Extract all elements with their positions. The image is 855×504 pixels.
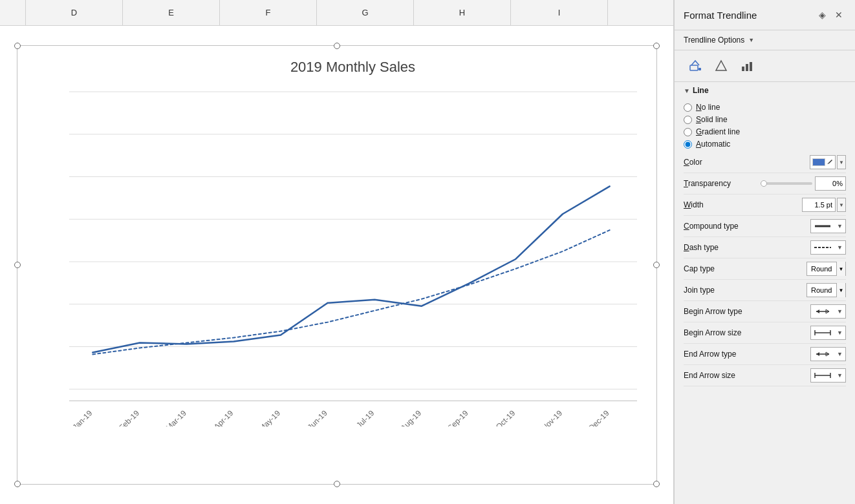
- end-arrow-type-dropdown[interactable]: ▼: [810, 347, 846, 361]
- color-label: Color: [684, 158, 810, 167]
- svg-rect-34: [746, 64, 748, 71]
- svg-text:Nov-19: Nov-19: [539, 408, 564, 426]
- handle-bot-right[interactable]: [653, 481, 660, 487]
- shape-icon: [714, 59, 728, 73]
- end-arrow-size-dropdown[interactable]: ▼: [810, 368, 846, 383]
- tab-chart[interactable]: [735, 56, 759, 76]
- compound-type-dropdown[interactable]: ▼: [810, 219, 846, 233]
- panel-header-icons: ◈ ✕: [815, 8, 846, 22]
- close-icon: ✕: [835, 10, 843, 20]
- pencil-icon: [827, 159, 833, 165]
- begin-arrow-type-label: Begin Arrow type: [684, 307, 810, 316]
- svg-text:Jan-19: Jan-19: [70, 408, 94, 426]
- svg-text:Dec-19: Dec-19: [587, 408, 611, 426]
- cap-type-arrow[interactable]: ▼: [836, 262, 845, 276]
- panel-scrollbar[interactable]: [847, 390, 855, 504]
- line-section-content: No line Solid line Gradient line Automat…: [675, 99, 855, 390]
- end-arrow-type-label: End Arrow type: [684, 350, 810, 359]
- spreadsheet-area: D E F G H I 2019 Monthly Sales: [0, 0, 674, 504]
- radio-solid-line-input[interactable]: [684, 116, 692, 124]
- line-section-header[interactable]: ▼ Line: [675, 82, 855, 99]
- close-button[interactable]: ✕: [832, 8, 846, 22]
- pin-button[interactable]: ◈: [815, 8, 829, 22]
- join-type-row: Join type Round ▼: [684, 280, 846, 301]
- svg-text:Mar-19: Mar-19: [164, 408, 188, 426]
- handle-bot-left[interactable]: [14, 481, 21, 487]
- cap-type-dropdown[interactable]: Round ▼: [806, 262, 846, 276]
- svg-rect-33: [742, 67, 744, 71]
- dash-type-dropdown[interactable]: ▼: [810, 240, 846, 255]
- pin-icon: ◈: [819, 10, 826, 20]
- svg-text:Sep-19: Sep-19: [446, 408, 470, 426]
- svg-marker-32: [716, 61, 726, 70]
- svg-rect-31: [698, 68, 701, 70]
- color-swatch: [812, 158, 825, 166]
- chart-wrapper[interactable]: 2019 Monthly Sales $160.00 $14: [17, 45, 657, 485]
- svg-text:Aug-19: Aug-19: [398, 408, 423, 426]
- color-dropdown-arrow[interactable]: ▼: [837, 155, 846, 169]
- join-type-dropdown[interactable]: Round ▼: [806, 283, 846, 297]
- radio-gradient-line-input[interactable]: [684, 128, 692, 136]
- svg-marker-44: [826, 310, 829, 313]
- svg-text:Jun-19: Jun-19: [305, 408, 329, 426]
- transparency-thumb[interactable]: [761, 180, 767, 187]
- radio-no-line-input[interactable]: [684, 103, 692, 112]
- width-control: ▼: [802, 198, 846, 212]
- begin-arrow-size-dropdown[interactable]: ▼: [810, 326, 846, 340]
- chart-svg: $160.00 $140.00 $120.00 $100.00 $80.00 $…: [69, 85, 637, 426]
- col-header-d: D: [26, 0, 123, 25]
- begin-arrow-type-row: Begin Arrow type ▼: [684, 301, 846, 322]
- trendline-options-chevron: ▼: [748, 37, 754, 43]
- width-dropdown-arrow[interactable]: ▼: [837, 198, 846, 212]
- chart-title: 2019 Monthly Sales: [69, 59, 637, 76]
- width-label: Width: [684, 200, 802, 209]
- col-header-f: F: [220, 0, 317, 25]
- svg-text:Feb-19: Feb-19: [117, 408, 141, 426]
- handle-top-center[interactable]: [334, 43, 340, 49]
- handle-mid-right[interactable]: [653, 262, 660, 268]
- chart-container: 2019 Monthly Sales $160.00 $14: [0, 26, 673, 504]
- cap-type-value: Round: [807, 265, 836, 273]
- dash-type-label: Dash type: [684, 243, 810, 252]
- radio-automatic-label: Automatic: [696, 140, 730, 149]
- svg-rect-35: [750, 62, 752, 71]
- handle-top-right[interactable]: [653, 43, 660, 49]
- trendline-options-row[interactable]: Trendline Options ▼: [675, 30, 855, 50]
- transparency-input[interactable]: [815, 176, 846, 191]
- join-type-arrow[interactable]: ▼: [836, 283, 845, 297]
- svg-text:Apr-19: Apr-19: [211, 408, 235, 426]
- col-header-e: E: [123, 0, 220, 25]
- compound-type-icon: [814, 222, 832, 231]
- color-control: ▼: [810, 155, 846, 169]
- transparency-slider[interactable]: [761, 182, 812, 185]
- chart-icon: [740, 59, 754, 73]
- handle-top-left[interactable]: [14, 43, 21, 49]
- begin-arrow-type-dropdown[interactable]: ▼: [810, 304, 846, 319]
- format-panel: Format Trendline ◈ ✕ Trendline Options ▼: [674, 0, 855, 504]
- handle-mid-left[interactable]: [14, 262, 21, 268]
- radio-gradient-line-label: Gradient line: [696, 127, 740, 136]
- radio-automatic-input[interactable]: [684, 140, 692, 149]
- join-type-label: Join type: [684, 286, 806, 295]
- svg-marker-50: [826, 352, 829, 356]
- width-input[interactable]: [802, 198, 836, 212]
- handle-bot-center[interactable]: [334, 481, 340, 487]
- svg-marker-49: [816, 352, 819, 356]
- end-arrow-type-icon: [814, 350, 832, 359]
- line-section-label: Line: [693, 86, 709, 95]
- width-row: Width ▼: [684, 194, 846, 216]
- tab-shape[interactable]: [709, 56, 733, 76]
- color-row: Color ▼: [684, 152, 846, 173]
- trendline-options-label: Trendline Options: [684, 36, 744, 45]
- fill-line-icon: [688, 59, 702, 73]
- chart-area: $160.00 $140.00 $120.00 $100.00 $80.00 $…: [69, 85, 637, 426]
- color-button[interactable]: [810, 155, 836, 169]
- line-section-triangle: ▼: [684, 87, 690, 94]
- column-headers: D E F G H I: [0, 0, 673, 26]
- radio-gradient-line: Gradient line: [684, 127, 846, 136]
- tab-fill-line[interactable]: [684, 56, 707, 76]
- dash-type-row: Dash type ▼: [684, 237, 846, 258]
- compound-type-row: Compound type ▼: [684, 216, 846, 237]
- radio-no-line-label: No line: [696, 103, 720, 112]
- end-arrow-size-icon: [814, 371, 832, 380]
